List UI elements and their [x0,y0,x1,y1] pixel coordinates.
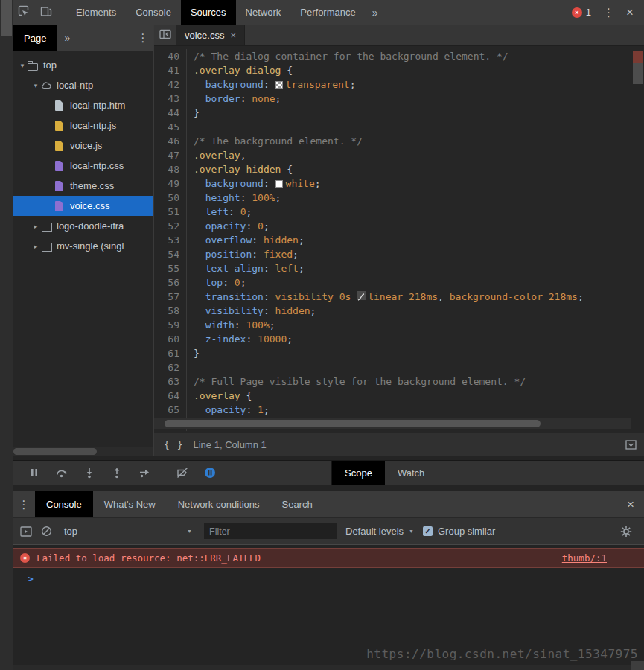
code-editor[interactable]: 40/* The dialog container for the backgr… [154,46,631,433]
close-tab-icon[interactable]: × [230,30,236,41]
step-into-button[interactable] [75,467,103,479]
step-button[interactable] [130,467,158,479]
line-number[interactable]: 56 [154,275,187,290]
line-number[interactable]: 54 [154,247,187,261]
tab-watch[interactable]: Watch [385,461,437,485]
code-line: 57 transition: visibility 0s linear 218m… [154,290,631,304]
console-filter-input[interactable] [204,523,337,539]
line-number[interactable]: 42 [154,77,187,92]
line-number[interactable]: 50 [154,191,187,205]
tab-network-conditions[interactable]: Network conditions [167,491,271,517]
line-number[interactable]: 45 [154,120,187,134]
group-similar-checkbox[interactable]: ✓ [423,526,433,536]
tab-what-s-new[interactable]: What's New [93,491,167,517]
clear-console-button[interactable] [41,526,52,537]
page-vertical-scrollbar[interactable] [0,0,13,670]
drawer-menu-button[interactable]: ⋮ [13,491,35,517]
tab-console[interactable]: Console [35,491,93,517]
inspect-element-button[interactable] [13,0,35,25]
line-number[interactable]: 55 [154,261,187,275]
tree-item-local-ntp.js[interactable]: local-ntp.js [13,115,153,135]
chevron-down-icon[interactable]: ▾ [17,62,28,69]
tree-item-local-ntp.htm[interactable]: local-ntp.htm [13,95,153,115]
cubic-bezier-icon[interactable] [357,291,366,300]
tree-item-local-ntp[interactable]: ▾local-ntp [13,75,153,95]
navigator-more-tabs-button[interactable]: » [57,25,77,51]
log-levels-dropdown[interactable]: Default levels ▼ [345,526,414,537]
tab-elements[interactable]: Elements [66,0,126,25]
console-prompt[interactable]: > [13,568,644,589]
line-number[interactable]: 58 [154,304,187,318]
expand-panel-icon[interactable] [625,440,637,450]
toggle-navigator-button[interactable] [154,25,176,45]
page-scrollbar-thumb[interactable] [1,0,12,36]
error-source-link[interactable]: thumb/:1 [562,552,607,564]
line-number[interactable]: 61 [154,346,187,360]
transparent-color-swatch-icon[interactable] [275,81,283,89]
line-number[interactable]: 65 [154,403,187,417]
line-number[interactable]: 43 [154,92,187,106]
console-sidebar-toggle-icon[interactable] [20,526,32,537]
error-count-badge[interactable]: × 1 [572,7,591,18]
editor-hscrollbar-thumb[interactable] [165,420,541,427]
devtools-close-button[interactable]: × [626,6,634,19]
tree-item-theme.css[interactable]: theme.css [13,176,153,196]
step-out-button[interactable] [103,467,130,479]
tree-item-mv-single-singl[interactable]: ▸mv-single (singl [13,236,153,256]
editor-horizontal-scrollbar[interactable] [154,418,631,429]
pretty-print-button[interactable]: { } [164,439,183,450]
editor-tab-voice-css[interactable]: voice.css × [176,25,245,45]
tab-page[interactable]: Page [13,25,57,51]
line-number[interactable]: 40 [154,49,187,63]
line-number[interactable]: 53 [154,233,187,247]
tab-sources[interactable]: Sources [181,0,236,25]
line-number[interactable]: 51 [154,205,187,219]
line-number[interactable]: 44 [154,106,187,120]
line-number[interactable]: 41 [154,63,187,77]
step-over-button[interactable] [48,467,75,479]
page-horizontal-scrollbar[interactable] [13,665,631,670]
tab-search[interactable]: Search [270,491,323,517]
drawer-close-button[interactable]: × [617,491,644,517]
tab-scope[interactable]: Scope [332,461,385,485]
tree-item-voice.js[interactable]: voice.js [13,135,153,156]
line-number[interactable]: 59 [154,318,187,332]
navigator-horizontal-scrollbar[interactable] [13,447,153,456]
tree-item-local-ntp.css[interactable]: local-ntp.css [13,156,153,176]
javascript-context-selector[interactable]: top ▼ [61,526,195,537]
chevron-down-icon[interactable]: ▾ [31,82,41,89]
tab-network[interactable]: Network [236,0,291,25]
more-panels-button[interactable]: » [366,0,385,25]
line-number[interactable]: 52 [154,219,187,233]
editor-vscrollbar-thumb[interactable] [633,63,643,84]
line-number[interactable]: 48 [154,162,187,176]
devtools-menu-button[interactable]: ⋮ [603,6,614,19]
group-similar-setting[interactable]: ✓ Group similar [423,526,495,537]
line-number[interactable]: 62 [154,360,187,374]
tree-item-voice.css[interactable]: voice.css [13,196,153,216]
white-color-swatch-icon[interactable] [275,180,283,188]
tree-item-logo-doodle-ifra[interactable]: ▸logo-doodle-ifra [13,216,153,236]
console-error-message[interactable]: × Failed to load resource: net::ERR_FAIL… [13,548,644,568]
chevron-right-icon[interactable]: ▸ [31,243,41,250]
chevron-right-icon[interactable]: ▸ [31,223,41,230]
line-number[interactable]: 47 [154,148,187,162]
tab-console[interactable]: Console [126,0,181,25]
device-toolbar-button[interactable] [35,0,57,25]
pause-script-button[interactable] [20,467,48,479]
code-line: 62 [154,360,631,374]
line-number[interactable]: 63 [154,374,187,389]
tree-item-top[interactable]: ▾top [13,55,153,75]
tab-performance[interactable]: Performance [290,0,365,25]
line-number[interactable]: 46 [154,134,187,148]
line-number[interactable]: 49 [154,176,187,191]
pause-on-exceptions-button[interactable] [196,467,223,479]
line-number[interactable]: 57 [154,290,187,304]
navigator-menu-button[interactable]: ⋮ [133,25,153,51]
editor-vertical-scrollbar[interactable] [631,46,644,433]
navigator-scrollbar-thumb[interactable] [13,448,97,455]
line-number[interactable]: 64 [154,389,187,403]
console-settings-button[interactable] [620,526,632,537]
line-number[interactable]: 60 [154,332,187,346]
deactivate-breakpoints-button[interactable] [168,467,196,479]
